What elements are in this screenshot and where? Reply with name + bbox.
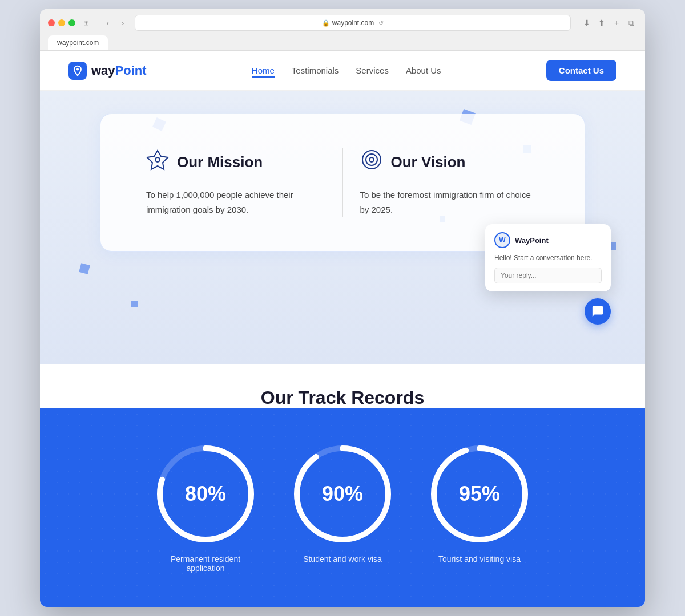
stats-section: 80% Permanent resident application 90% S… [40, 408, 645, 607]
browser-titlebar: ⊞ ‹ › 🔒 waypoint.com ↺ ⬇ ⬆ + ⧉ [48, 15, 637, 31]
minimize-dot[interactable] [58, 19, 65, 26]
stat-inner-0: 80% [185, 482, 226, 506]
track-records-title: Our Track Records [74, 387, 611, 408]
nav-link-about[interactable]: About Us [406, 66, 441, 75]
stat-percent-0: 80% [185, 482, 226, 506]
chat-popup: W WayPoint Hello! Start a conversation h… [485, 224, 611, 291]
vision-icon [360, 148, 383, 176]
close-dot[interactable] [48, 19, 55, 26]
forward-btn[interactable]: › [116, 17, 129, 29]
mission-text: To help 1,000,000 people achieve their i… [146, 188, 325, 217]
svg-point-4 [369, 157, 374, 162]
nav-link-testimonials[interactable]: Testimonials [292, 66, 339, 75]
lock-icon: 🔒 [322, 19, 330, 27]
browser-tabs: waypoint.com [48, 35, 637, 50]
hero-section: Our Mission To help 1,000,000 people ach… [40, 91, 645, 364]
stat-percent-2: 95% [459, 482, 500, 506]
nav-link-services[interactable]: Services [356, 66, 389, 75]
vision-title-row: Our Vision [360, 148, 539, 176]
stat-circle-0: 80% [154, 443, 257, 545]
active-tab[interactable]: waypoint.com [48, 35, 108, 50]
chat-widget: W WayPoint Hello! Start a conversation h… [485, 224, 611, 325]
browser-chrome: ⊞ ‹ › 🔒 waypoint.com ↺ ⬇ ⬆ + ⧉ waypoint.… [40, 9, 645, 51]
svg-point-2 [362, 151, 381, 169]
stat-inner-1: 90% [322, 482, 363, 506]
svg-point-0 [76, 68, 79, 70]
mission-title-row: Our Mission [146, 148, 325, 176]
logo-text: wayPoint [91, 63, 147, 78]
chat-bubble-button[interactable] [585, 298, 611, 325]
copy-btn[interactable]: ⧉ [626, 17, 637, 29]
nav-link-home[interactable]: Home [252, 66, 275, 78]
deco-shape-4 [79, 263, 90, 274]
chat-reply-input[interactable] [494, 268, 602, 283]
stat-circle-1: 90% [291, 443, 394, 545]
sidebar-toggle-btn[interactable]: ⊞ [81, 18, 91, 28]
new-tab-btn[interactable]: + [611, 17, 622, 29]
contact-button[interactable]: Contact Us [546, 60, 616, 81]
svg-point-1 [155, 157, 160, 162]
vision-section: Our Vision To be the foremost immigratio… [343, 143, 557, 222]
deco-shape-5 [131, 301, 138, 307]
chat-message: Hello! Start a conversation here. [494, 254, 602, 262]
logo[interactable]: wayPoint [68, 62, 147, 80]
website-content: wayPoint Home Testimonials Services Abou… [40, 51, 645, 607]
nav-item-services[interactable]: Services [356, 66, 389, 76]
stat-label-0: Permanent resident application [160, 554, 251, 573]
browser-nav: ‹ › [102, 17, 129, 29]
track-records-section: Our Track Records [40, 364, 645, 408]
stat-percent-1: 90% [322, 482, 363, 506]
maximize-dot[interactable] [68, 19, 75, 26]
url-text: waypoint.com [332, 19, 374, 27]
address-bar-actions: ⬇ ⬆ + ⧉ [581, 17, 637, 29]
logo-point: Point [115, 63, 147, 78]
svg-point-3 [366, 154, 377, 165]
refresh-icon[interactable]: ↺ [378, 19, 384, 27]
logo-icon [68, 62, 87, 80]
vision-title: Our Vision [391, 153, 466, 171]
nav-item-home[interactable]: Home [252, 66, 275, 76]
nav-item-about[interactable]: About Us [406, 66, 441, 76]
chat-avatar: W [494, 232, 510, 248]
nav-item-testimonials[interactable]: Testimonials [292, 66, 339, 76]
stat-item-1: 90% Student and work visa [291, 443, 394, 573]
chat-name: WayPoint [515, 236, 549, 245]
stat-circle-2: 95% [428, 443, 531, 545]
logo-way: way [91, 63, 115, 78]
browser-window: ⊞ ‹ › 🔒 waypoint.com ↺ ⬇ ⬆ + ⧉ waypoint.… [40, 9, 645, 607]
mission-section: Our Mission To help 1,000,000 people ach… [129, 143, 342, 222]
stat-inner-2: 95% [459, 482, 500, 506]
share-btn[interactable]: ⬆ [596, 17, 607, 29]
download-btn[interactable]: ⬇ [581, 17, 593, 29]
mission-title: Our Mission [177, 153, 263, 171]
chat-header: W WayPoint [494, 232, 602, 248]
back-btn[interactable]: ‹ [102, 17, 114, 29]
browser-dots [48, 19, 75, 26]
mission-icon [146, 148, 169, 176]
vision-text: To be the foremost immigration firm of c… [360, 188, 539, 217]
stat-label-2: Tourist and visiting visa [438, 554, 521, 564]
navbar: wayPoint Home Testimonials Services Abou… [40, 51, 645, 91]
nav-links: Home Testimonials Services About Us [252, 66, 441, 76]
stat-item-0: 80% Permanent resident application [154, 443, 257, 573]
address-bar[interactable]: 🔒 waypoint.com ↺ [135, 15, 571, 31]
stat-item-2: 95% Tourist and visiting visa [428, 443, 531, 573]
stat-label-1: Student and work visa [303, 554, 382, 564]
